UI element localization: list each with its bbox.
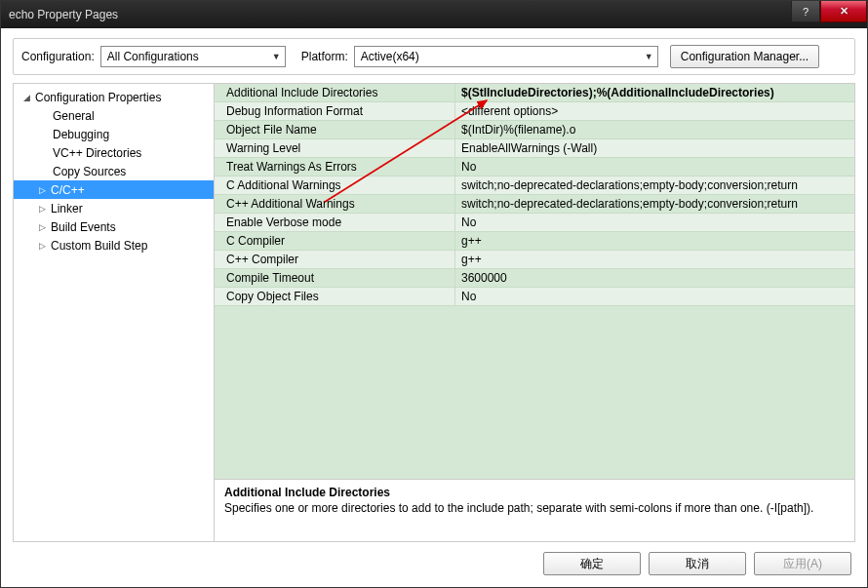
property-row[interactable]: C Compilerg++: [215, 232, 854, 251]
tree-item-label: Build Events: [51, 220, 116, 234]
property-value[interactable]: switch;no-deprecated-declarations;empty-…: [455, 195, 854, 213]
tree-item-label: C/C++: [51, 183, 85, 197]
property-row[interactable]: Warning LevelEnableAllWarnings (-Wall): [215, 139, 854, 158]
description-body: Specifies one or more directories to add…: [224, 501, 845, 517]
tree-root-label: Configuration Properties: [35, 91, 161, 104]
configuration-manager-label: Configuration Manager...: [681, 50, 809, 63]
property-row[interactable]: Compile Timeout3600000: [215, 269, 854, 288]
property-row[interactable]: C++ Compilerg++: [215, 251, 854, 269]
configuration-manager-button[interactable]: Configuration Manager...: [670, 45, 819, 68]
platform-value: Active(x64): [361, 50, 419, 63]
apply-button[interactable]: 应用(A): [754, 552, 851, 575]
property-row[interactable]: C Additional Warningsswitch;no-deprecate…: [215, 176, 854, 195]
property-name: C++ Compiler: [215, 251, 455, 268]
main-area: ◢ Configuration Properties GeneralDebugg…: [13, 83, 855, 542]
property-name: Enable Verbose mode: [215, 214, 455, 231]
help-button[interactable]: ?: [791, 1, 820, 22]
property-grid-fill: [215, 306, 854, 479]
configuration-value: All Configurations: [107, 50, 199, 63]
property-name: Copy Object Files: [215, 288, 455, 305]
property-name: Treat Warnings As Errors: [215, 158, 455, 176]
expand-icon: ▷: [39, 185, 51, 195]
property-row[interactable]: Treat Warnings As ErrorsNo: [215, 158, 854, 176]
help-icon: ?: [803, 6, 809, 18]
description-title: Additional Include Directories: [224, 486, 845, 499]
ok-button[interactable]: 确定: [543, 552, 641, 575]
tree-item-label: Linker: [51, 202, 83, 216]
apply-label: 应用(A): [783, 556, 822, 572]
property-value[interactable]: EnableAllWarnings (-Wall): [455, 139, 854, 157]
property-row[interactable]: Debug Information Format<different optio…: [215, 102, 854, 121]
property-value[interactable]: g++: [455, 232, 854, 250]
property-grid[interactable]: Additional Include Directories$(StlInclu…: [215, 84, 854, 479]
configuration-combo[interactable]: All Configurations ▼: [100, 46, 286, 67]
window-buttons: ? ✕: [791, 1, 867, 21]
property-value[interactable]: No: [455, 158, 854, 176]
titlebar: echo Property Pages ? ✕: [1, 1, 867, 28]
property-row[interactable]: C++ Additional Warningsswitch;no-depreca…: [215, 195, 854, 214]
property-value[interactable]: <different options>: [455, 102, 854, 120]
ok-label: 确定: [580, 556, 604, 572]
tree-item-label: Debugging: [53, 128, 109, 141]
property-name: C Additional Warnings: [215, 176, 455, 194]
property-name: Object File Name: [215, 121, 455, 138]
property-value[interactable]: No: [455, 288, 854, 305]
property-row[interactable]: Enable Verbose modeNo: [215, 214, 854, 232]
tree-root[interactable]: ◢ Configuration Properties: [14, 88, 214, 106]
property-name: Warning Level: [215, 139, 455, 157]
expand-icon: ▷: [39, 222, 51, 232]
cancel-label: 取消: [686, 556, 709, 572]
tree-item[interactable]: ▷Linker: [14, 199, 214, 217]
configuration-label: Configuration:: [18, 50, 95, 63]
window-title: echo Property Pages: [9, 8, 118, 21]
dialog-buttons: 确定 取消 应用(A): [13, 550, 855, 575]
expand-icon: ▷: [39, 241, 51, 251]
property-row[interactable]: Copy Object FilesNo: [215, 288, 854, 306]
chevron-down-icon: ▼: [645, 52, 653, 61]
collapse-icon: ◢: [23, 93, 35, 102]
configuration-bar: Configuration: All Configurations ▼ Plat…: [13, 38, 855, 75]
dialog-window: echo Property Pages ? ✕ Configuration: A…: [0, 0, 868, 588]
tree-item[interactable]: Debugging: [14, 125, 214, 143]
property-name: C Compiler: [215, 232, 455, 250]
tree-item[interactable]: ▷Build Events: [14, 217, 214, 236]
category-tree[interactable]: ◢ Configuration Properties GeneralDebugg…: [14, 84, 215, 541]
property-value[interactable]: $(StlIncludeDirectories);%(AdditionalInc…: [455, 84, 854, 101]
property-value[interactable]: No: [455, 214, 854, 231]
client-area: Configuration: All Configurations ▼ Plat…: [1, 28, 867, 587]
property-name: Compile Timeout: [215, 269, 455, 287]
description-panel: Additional Include Directories Specifies…: [215, 479, 854, 541]
tree-item[interactable]: ▷Custom Build Step: [14, 236, 214, 255]
tree-item-label: Copy Sources: [53, 165, 126, 178]
tree-item-label: VC++ Directories: [53, 146, 141, 160]
tree-item[interactable]: Copy Sources: [14, 162, 214, 180]
close-button[interactable]: ✕: [820, 1, 867, 22]
platform-combo[interactable]: Active(x64) ▼: [354, 46, 658, 67]
close-icon: ✕: [840, 5, 848, 18]
platform-label: Platform:: [297, 50, 348, 63]
property-name: C++ Additional Warnings: [215, 195, 455, 213]
tree-item-label: Custom Build Step: [51, 239, 147, 253]
chevron-down-icon: ▼: [272, 52, 281, 61]
property-column: Additional Include Directories$(StlInclu…: [215, 84, 854, 541]
property-value[interactable]: switch;no-deprecated-declarations;empty-…: [455, 176, 854, 194]
property-value[interactable]: g++: [455, 251, 854, 268]
property-name: Additional Include Directories: [215, 84, 455, 101]
split-area: ◢ Configuration Properties GeneralDebugg…: [13, 83, 855, 542]
tree-item[interactable]: ▷C/C++: [14, 180, 214, 199]
tree-item[interactable]: VC++ Directories: [14, 143, 214, 162]
property-value[interactable]: $(IntDir)%(filename).o: [455, 121, 854, 138]
tree-item-label: General: [53, 109, 95, 123]
property-row[interactable]: Additional Include Directories$(StlInclu…: [215, 84, 854, 102]
property-row[interactable]: Object File Name$(IntDir)%(filename).o: [215, 121, 854, 139]
tree-item[interactable]: General: [14, 106, 214, 125]
expand-icon: ▷: [39, 204, 51, 214]
property-value[interactable]: 3600000: [455, 269, 854, 287]
cancel-button[interactable]: 取消: [649, 552, 746, 575]
property-name: Debug Information Format: [215, 102, 455, 120]
